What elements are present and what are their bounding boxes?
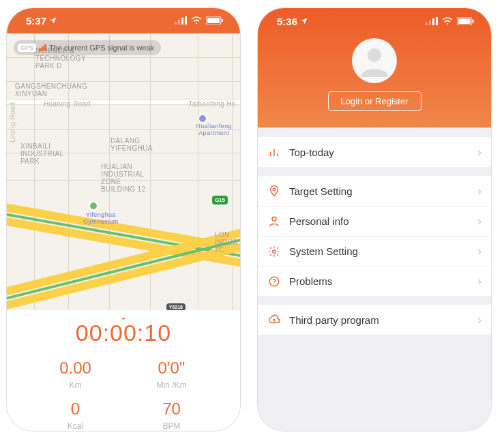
metric-unit: Km (27, 380, 123, 390)
svg-rect-10 (432, 18, 434, 25)
svg-rect-14 (458, 18, 471, 24)
svg-point-16 (368, 48, 381, 62)
menu-item-problems[interactable]: Problems › (258, 266, 491, 296)
gps-signal-pill: GPS The current GPS signal is weak (14, 40, 161, 55)
svg-rect-6 (207, 18, 220, 23)
menu-item-top-today[interactable]: Top-today › (258, 137, 491, 167)
chevron-right-icon: › (477, 244, 481, 258)
svg-point-12 (447, 23, 448, 25)
wifi-icon (191, 16, 202, 25)
status-time: 5:36 (277, 16, 297, 27)
svg-rect-11 (436, 17, 438, 25)
menu-list: Top-today › Target Setting › Personal in… (258, 127, 491, 431)
map-label: HUALIAN INDUSTRIAL ZONE BUILDING 12 (101, 163, 146, 193)
svg-rect-15 (473, 20, 474, 22)
map-label: Huaning Road (44, 100, 91, 108)
menu-item-third-party[interactable]: Third party program › (258, 305, 491, 335)
metrics-panel: ⌄ 00:00:10 0.00 Km 0'0" Min /Km 0 Kcal 7… (7, 310, 240, 431)
svg-point-18 (272, 217, 276, 221)
svg-point-21 (274, 284, 275, 284)
help-icon (267, 275, 281, 288)
menu-label: Top-today (289, 147, 469, 158)
cloud-icon (267, 314, 281, 326)
person-icon (267, 215, 281, 228)
svg-rect-9 (429, 20, 431, 25)
metric-value: 70 (123, 399, 220, 419)
timer: 00:00:10 (76, 320, 171, 346)
gps-message: The current GPS signal is weak (49, 44, 154, 52)
metric-pace: 0'0" Min /Km (123, 359, 220, 390)
menu-item-system-setting[interactable]: System Setting › (258, 236, 491, 266)
map-label: Hualianfeng Apartment (196, 123, 232, 137)
metric-bpm: 70 BPM (123, 399, 220, 431)
status-bar: 5:37 (7, 8, 240, 33)
metric-kcal: 0 Kcal (27, 399, 123, 431)
poi-icon (89, 201, 98, 211)
signal-bars-icon (39, 44, 46, 51)
person-icon (358, 44, 391, 77)
profile-header: 5:36 Login or Register (258, 8, 491, 127)
map-label: GANGSHENCHUANG XINYUAN (15, 82, 87, 97)
avatar[interactable] (352, 38, 397, 83)
location-arrow-icon (300, 17, 308, 25)
svg-rect-7 (222, 19, 223, 22)
chevron-down-icon[interactable]: ⌄ (119, 314, 128, 318)
menu-label: Problems (289, 275, 469, 287)
metric-km: 0.00 Km (27, 359, 123, 390)
map[interactable]: SCIENCE & TECHNOLOGY PARK D GANGSHENCHUA… (7, 33, 240, 310)
chevron-right-icon: › (477, 184, 481, 198)
cellular-icon (175, 16, 187, 25)
poi-icon (198, 114, 207, 123)
status-time: 5:37 (26, 15, 46, 27)
chevron-right-icon: › (477, 313, 481, 327)
wifi-icon (442, 17, 453, 25)
map-label: Lirong Road (9, 102, 16, 142)
map-label: Taibaofeng Ho (188, 100, 236, 108)
highway-shield: G15 (212, 196, 228, 205)
gear-icon (267, 245, 281, 258)
svg-point-19 (273, 249, 276, 253)
menu-label: System Setting (289, 245, 469, 257)
menu-label: Third party program (289, 314, 469, 326)
menu-label: Personal info (289, 215, 469, 227)
menu-item-target-setting[interactable]: Target Setting › (258, 176, 491, 206)
svg-rect-3 (185, 16, 187, 25)
svg-rect-0 (175, 22, 177, 25)
chevron-right-icon: › (477, 214, 481, 228)
metric-unit: Kcal (27, 421, 123, 431)
status-bar: 5:36 (258, 8, 491, 34)
battery-icon (206, 16, 224, 25)
metric-unit: Min /Km (123, 380, 220, 390)
cellular-icon (426, 17, 438, 25)
menu-item-personal-info[interactable]: Personal info › (258, 206, 491, 236)
menu-label: Target Setting (289, 185, 469, 197)
target-icon (267, 185, 281, 197)
metric-value: 0'0" (123, 359, 220, 378)
login-register-button[interactable]: Login or Register (328, 91, 421, 111)
map-label: XINBAILI INDUSTRIAL PARK (20, 142, 63, 165)
location-arrow-icon (49, 16, 57, 25)
profile-screen: 5:36 Login or Register Top-today › (258, 8, 491, 431)
svg-point-4 (196, 22, 197, 24)
road-shield: Y6218 (166, 303, 186, 310)
map-label: Yifenghua Gymnasium (83, 212, 119, 226)
gps-tag: GPS (18, 44, 36, 52)
svg-rect-8 (426, 22, 428, 25)
svg-rect-1 (178, 20, 180, 25)
map-label: DALANG YIFENGHUA (110, 137, 153, 152)
metric-value: 0 (27, 399, 123, 419)
battery-icon (457, 17, 475, 25)
svg-point-17 (273, 188, 276, 191)
map-label: LON INDUS ZC (215, 231, 237, 254)
chart-icon (267, 146, 281, 158)
chevron-right-icon: › (477, 274, 481, 288)
metric-unit: BPM (123, 421, 220, 431)
tracking-screen: 5:37 SC (7, 8, 240, 431)
svg-rect-2 (181, 18, 183, 25)
metric-value: 0.00 (27, 359, 123, 378)
chevron-right-icon: › (477, 145, 481, 160)
